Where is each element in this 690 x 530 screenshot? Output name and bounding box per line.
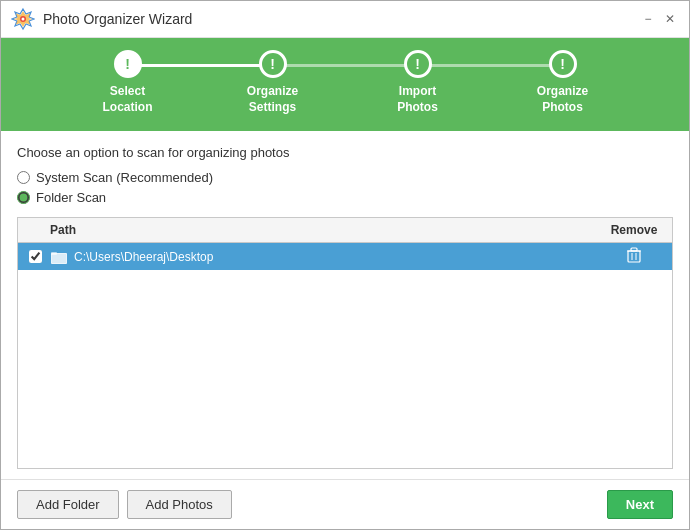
title-left: Photo Organizer Wizard bbox=[11, 7, 192, 31]
header-spacer bbox=[26, 223, 50, 237]
step-import-photos[interactable]: ! Import Photos bbox=[345, 50, 490, 115]
step-circle-1: ! bbox=[114, 50, 142, 78]
step-label-4: Organize Photos bbox=[537, 84, 588, 115]
step-circle-4: ! bbox=[549, 50, 577, 78]
bottom-bar: Add Folder Add Photos Next bbox=[1, 479, 689, 529]
bottom-left: Add Folder Add Photos bbox=[17, 490, 232, 519]
radio-group: System Scan (Recommended) Folder Scan bbox=[17, 170, 673, 205]
close-button[interactable]: ✕ bbox=[661, 10, 679, 28]
svg-rect-7 bbox=[628, 251, 640, 262]
step-select-location[interactable]: ! Select Location bbox=[55, 50, 200, 115]
add-folder-button[interactable]: Add Folder bbox=[17, 490, 119, 519]
step-organize-photos[interactable]: ! Organize Photos bbox=[490, 50, 635, 115]
table-body: C:\Users\Dheeraj\Desktop bbox=[18, 243, 672, 468]
step-circle-3: ! bbox=[404, 50, 432, 78]
option-folder-scan[interactable]: Folder Scan bbox=[17, 190, 673, 205]
folder-icon bbox=[50, 248, 68, 266]
step-label-3: Import Photos bbox=[397, 84, 438, 115]
section-title: Choose an option to scan for organizing … bbox=[17, 145, 673, 160]
step-label-1: Select Location bbox=[103, 84, 153, 115]
step-circle-2: ! bbox=[259, 50, 287, 78]
content-area: Choose an option to scan for organizing … bbox=[1, 131, 689, 479]
step-line-2 bbox=[273, 64, 418, 67]
table-header: Path Remove bbox=[18, 218, 672, 243]
folder-scan-label: Folder Scan bbox=[36, 190, 106, 205]
title-controls: − ✕ bbox=[639, 10, 679, 28]
table-row[interactable]: C:\Users\Dheeraj\Desktop bbox=[18, 243, 672, 270]
svg-point-3 bbox=[22, 18, 25, 21]
option-system-scan[interactable]: System Scan (Recommended) bbox=[17, 170, 673, 185]
row-checkbox[interactable] bbox=[29, 250, 42, 263]
header-path: Path bbox=[50, 223, 604, 237]
add-photos-button[interactable]: Add Photos bbox=[127, 490, 232, 519]
app-icon bbox=[11, 7, 35, 31]
step-line-1 bbox=[128, 64, 273, 67]
steps-bar: ! Select Location ! Organize Settings ! … bbox=[1, 38, 689, 131]
window-title: Photo Organizer Wizard bbox=[43, 11, 192, 27]
steps-container: ! Select Location ! Organize Settings ! … bbox=[55, 50, 635, 115]
row-path: C:\Users\Dheeraj\Desktop bbox=[74, 250, 604, 264]
next-button[interactable]: Next bbox=[607, 490, 673, 519]
row-checkbox-container[interactable] bbox=[26, 248, 44, 266]
step-organize-settings[interactable]: ! Organize Settings bbox=[200, 50, 345, 115]
folder-table: Path Remove bbox=[17, 217, 673, 469]
title-bar: Photo Organizer Wizard − ✕ bbox=[1, 1, 689, 38]
minimize-button[interactable]: − bbox=[639, 10, 657, 28]
main-window: Photo Organizer Wizard − ✕ ! Select Loca… bbox=[0, 0, 690, 530]
delete-button[interactable] bbox=[604, 247, 664, 266]
folder-scan-radio[interactable] bbox=[17, 191, 30, 204]
system-scan-radio[interactable] bbox=[17, 171, 30, 184]
step-line-3 bbox=[418, 64, 563, 67]
header-remove: Remove bbox=[604, 223, 664, 237]
system-scan-label: System Scan (Recommended) bbox=[36, 170, 213, 185]
step-label-2: Organize Settings bbox=[247, 84, 298, 115]
